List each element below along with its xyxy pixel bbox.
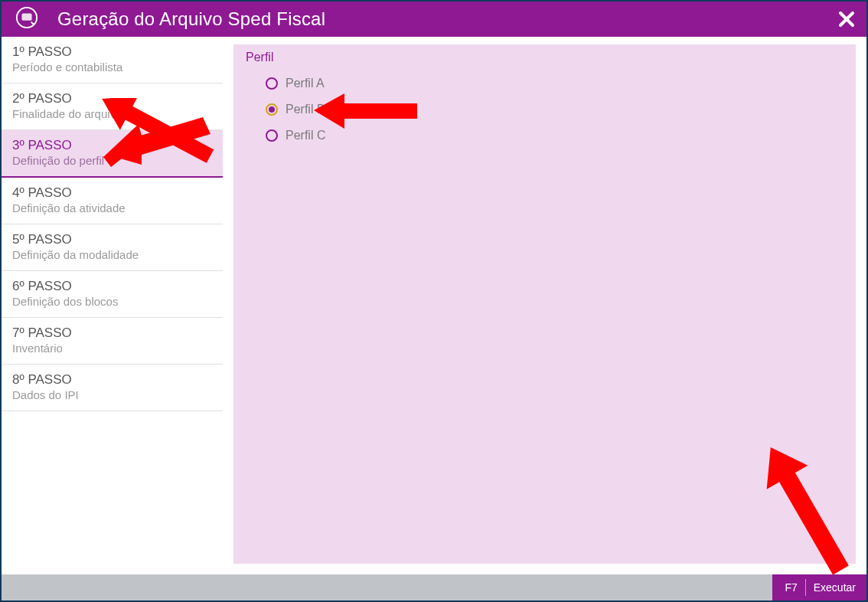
radio-perfil-a[interactable]: Perfil A bbox=[246, 70, 844, 97]
step-2[interactable]: 2º PASSOFinalidade do arquivo bbox=[2, 83, 223, 130]
radio-label: Perfil C bbox=[286, 129, 325, 142]
execute-label: Executar bbox=[814, 581, 856, 594]
group-label: Perfil bbox=[246, 51, 844, 64]
step-5[interactable]: 5º PASSODefinição da modalidade bbox=[2, 224, 223, 271]
execute-button[interactable]: F7 Executar bbox=[772, 574, 866, 600]
step-desc: Definição do perfil bbox=[12, 153, 212, 168]
app-icon bbox=[15, 6, 38, 32]
step-number: 6º PASSO bbox=[12, 279, 212, 294]
radio-label: Perfil B bbox=[286, 103, 325, 116]
radio-icon bbox=[266, 129, 278, 142]
step-number: 3º PASSO bbox=[12, 138, 212, 153]
window-title: Geração do Arquivo Sped Fiscal bbox=[57, 8, 325, 30]
titlebar: Geração do Arquivo Sped Fiscal bbox=[2, 2, 866, 37]
step-number: 7º PASSO bbox=[12, 326, 212, 341]
step-desc: Dados do IPI bbox=[12, 388, 212, 403]
step-3[interactable]: 3º PASSODefinição do perfil bbox=[2, 130, 223, 178]
step-4[interactable]: 4º PASSODefinição da atividade bbox=[2, 178, 223, 224]
step-6[interactable]: 6º PASSODefinição dos blocos bbox=[2, 271, 223, 318]
step-1[interactable]: 1º PASSOPeríodo e contabilista bbox=[2, 37, 223, 83]
close-icon bbox=[837, 10, 856, 28]
shortcut-label: F7 bbox=[783, 579, 805, 596]
step-number: 8º PASSO bbox=[12, 372, 212, 388]
footer-bar: F7 Executar bbox=[2, 574, 866, 600]
content-panel: Perfil Perfil A Perfil B Perfil C bbox=[233, 44, 856, 564]
close-button[interactable] bbox=[834, 7, 859, 31]
radio-perfil-b[interactable]: Perfil B bbox=[246, 97, 844, 123]
step-number: 5º PASSO bbox=[12, 232, 212, 247]
steps-sidebar: 1º PASSOPeríodo e contabilista 2º PASSOF… bbox=[2, 37, 223, 574]
step-number: 4º PASSO bbox=[12, 185, 212, 201]
radio-label: Perfil A bbox=[286, 77, 325, 90]
radio-icon bbox=[266, 103, 278, 116]
radio-icon bbox=[266, 77, 278, 90]
step-desc: Finalidade do arquivo bbox=[12, 106, 212, 122]
svg-rect-1 bbox=[21, 13, 31, 20]
step-desc: Definição dos blocos bbox=[12, 294, 212, 309]
step-desc: Definição da modalidade bbox=[12, 247, 212, 263]
radio-perfil-c[interactable]: Perfil C bbox=[246, 123, 844, 149]
step-desc: Período e contabilista bbox=[12, 60, 212, 75]
step-desc: Inventário bbox=[12, 341, 212, 356]
step-8[interactable]: 8º PASSODados do IPI bbox=[2, 365, 223, 411]
step-desc: Definição da atividade bbox=[12, 201, 212, 216]
step-7[interactable]: 7º PASSOInventário bbox=[2, 318, 223, 365]
step-number: 1º PASSO bbox=[12, 44, 212, 60]
step-number: 2º PASSO bbox=[12, 91, 212, 106]
